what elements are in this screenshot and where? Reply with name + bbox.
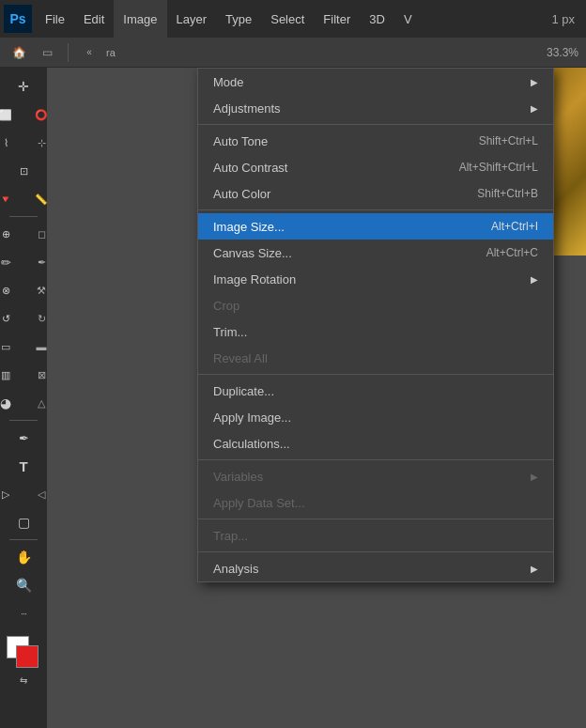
- collapse-icon[interactable]: «: [78, 41, 100, 64]
- dodge-tool[interactable]: ◕: [0, 390, 23, 416]
- tool-separator-1: [9, 216, 38, 217]
- zoom-level: 33.3%: [547, 46, 578, 59]
- menu-item-auto-color[interactable]: Auto Color Shift+Ctrl+B: [198, 180, 553, 207]
- menu-divider-1: [198, 124, 553, 125]
- menu-image[interactable]: Image: [114, 0, 166, 38]
- rectangular-marquee-tool[interactable]: ⬜: [0, 101, 23, 128]
- ps-logo: Ps: [4, 5, 32, 33]
- menu-item-apply-data-set: Apply Data Set...: [198, 489, 553, 516]
- mode-arrow-icon: ▶: [531, 77, 538, 87]
- spot-healing-tool[interactable]: ⊕: [0, 221, 23, 247]
- menu-item-variables: Variables ▶: [198, 463, 553, 489]
- menu-divider-6: [198, 551, 553, 552]
- eyedropper-tool[interactable]: 🔻: [0, 186, 23, 212]
- menu-3d[interactable]: 3D: [360, 0, 394, 38]
- toolbar-separator: [68, 43, 69, 62]
- menu-item-image-rotation[interactable]: Image Rotation ▶: [198, 266, 553, 292]
- color-swatches: [7, 636, 40, 670]
- menu-divider-5: [198, 519, 553, 519]
- hand-tool[interactable]: ✋: [7, 544, 40, 570]
- menu-item-mode[interactable]: Mode ▶: [198, 69, 553, 95]
- menu-item-auto-contrast[interactable]: Auto Contrast Alt+Shift+Ctrl+L: [198, 154, 553, 180]
- menu-edit[interactable]: Edit: [74, 0, 114, 38]
- pen-tool[interactable]: ✒: [7, 425, 40, 451]
- secondary-toolbar: 🏠 ▭ « ra 33.3%: [0, 38, 586, 68]
- menu-select[interactable]: Select: [261, 0, 314, 38]
- menu-item-duplicate[interactable]: Duplicate...: [198, 378, 553, 404]
- menu-item-analysis[interactable]: Analysis ▶: [198, 555, 553, 581]
- path-selection-tool[interactable]: ▷: [0, 481, 23, 507]
- left-sidebar: ✛ ⬜ ⭕ ⌇ ⊹ ⊡ 🔻 📏 ⊕ ◻ ✏ ✒ ⊗ ⚒ ↺ ↻: [0, 68, 47, 728]
- variables-arrow-icon: ▶: [531, 472, 538, 482]
- menu-file[interactable]: File: [36, 0, 74, 38]
- menu-filter[interactable]: Filter: [314, 0, 360, 38]
- tool-separator-3: [9, 539, 38, 540]
- menu-layer[interactable]: Layer: [167, 0, 217, 38]
- home-icon[interactable]: 🏠: [8, 41, 30, 64]
- foreground-color-swatch[interactable]: [16, 645, 39, 668]
- menu-item-apply-image[interactable]: Apply Image...: [198, 404, 553, 430]
- menu-view[interactable]: V: [394, 0, 422, 38]
- menu-bar: Ps File Edit Image Layer Type Select Fil…: [0, 0, 586, 38]
- analysis-arrow-icon: ▶: [531, 564, 538, 574]
- shape-tool[interactable]: ▢: [7, 509, 40, 535]
- menu-divider-2: [198, 209, 553, 210]
- image-dropdown-menu: Mode ▶ Adjustments ▶ Auto Tone Shift+Ctr…: [197, 68, 554, 582]
- canvas-area: Mode ▶ Adjustments ▶ Auto Tone Shift+Ctr…: [47, 68, 586, 728]
- menu-item-crop: Crop: [198, 292, 553, 318]
- toolbar-mode-label: ra: [106, 47, 116, 58]
- image-rotation-arrow-icon: ▶: [531, 274, 538, 285]
- menu-item-calculations[interactable]: Calculations...: [198, 430, 553, 457]
- move-tool[interactable]: ✛: [7, 73, 40, 100]
- text-tool[interactable]: T: [7, 453, 40, 479]
- menu-item-canvas-size[interactable]: Canvas Size... Alt+Ctrl+C: [198, 240, 553, 266]
- menu-item-reveal-all: Reveal All: [198, 345, 553, 371]
- brush-tool[interactable]: ✏: [0, 249, 23, 275]
- menu-bar-right: 1 px: [551, 12, 582, 26]
- crop-tool[interactable]: ⊡: [7, 158, 40, 184]
- swap-colors-icon[interactable]: ⇆: [20, 675, 27, 686]
- menu-item-trim[interactable]: Trim...: [198, 318, 553, 345]
- menu-item-trap: Trap...: [198, 522, 553, 549]
- menu-divider-4: [198, 459, 553, 460]
- gradient-tool[interactable]: ▥: [0, 362, 23, 388]
- menu-type[interactable]: Type: [216, 0, 261, 38]
- lasso-tool[interactable]: ⌇: [0, 130, 23, 156]
- menu-item-adjustments[interactable]: Adjustments ▶: [198, 95, 553, 121]
- new-doc-icon[interactable]: ▭: [36, 41, 58, 64]
- menu-item-image-size[interactable]: Image Size... Alt+Ctrl+I: [198, 213, 553, 240]
- eraser-tool[interactable]: ▭: [0, 333, 23, 360]
- menu-divider-3: [198, 374, 553, 375]
- zoom-tool[interactable]: 🔍: [7, 572, 40, 598]
- menu-item-auto-tone[interactable]: Auto Tone Shift+Ctrl+L: [198, 128, 553, 154]
- clone-stamp-tool[interactable]: ⊗: [0, 277, 23, 303]
- adjustments-arrow-icon: ▶: [531, 103, 538, 114]
- history-brush-tool[interactable]: ↺: [0, 305, 23, 332]
- tool-separator-2: [9, 420, 38, 421]
- main-area: ✛ ⬜ ⭕ ⌇ ⊹ ⊡ 🔻 📏 ⊕ ◻ ✏ ✒ ⊗ ⚒ ↺ ↻: [0, 68, 586, 728]
- more-tools[interactable]: ···: [7, 600, 40, 627]
